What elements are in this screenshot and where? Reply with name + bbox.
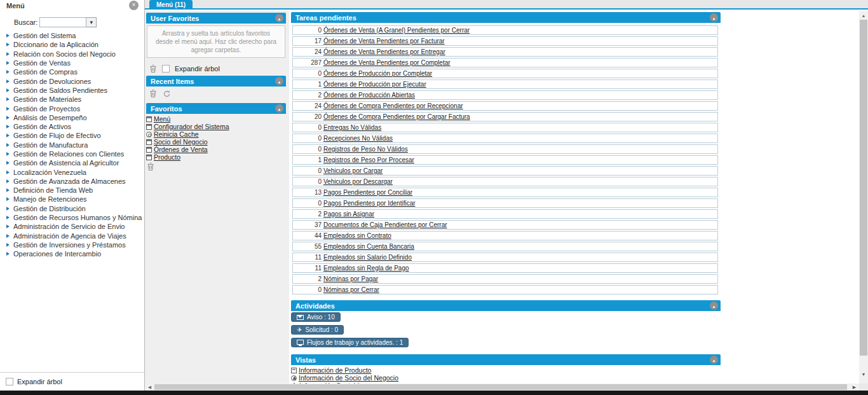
sidebar-menu-item[interactable]: Gestión de Flujo de Efectivo (6, 131, 143, 140)
sidebar-menu-item[interactable]: Gestión de Materiales (6, 95, 143, 104)
trash-icon[interactable] (149, 89, 157, 98)
chevron-right-icon[interactable] (6, 52, 10, 56)
chevron-right-icon[interactable] (6, 225, 10, 228)
task-link[interactable]: Órdenes de Compra Pendientes por Recepci… (323, 102, 463, 109)
sidebar-menu-item[interactable]: Gestión de Inversiones y Préstamos (6, 240, 143, 249)
vertical-scrollbar[interactable] (859, 11, 868, 384)
task-link[interactable]: Registros de Peso No Válidos (323, 146, 408, 153)
chevron-right-icon[interactable] (6, 207, 10, 211)
chevron-right-icon[interactable] (6, 179, 10, 183)
trash-icon[interactable] (149, 64, 157, 73)
sidebar-menu-item[interactable]: Gestión de Manufactura (6, 141, 143, 149)
sidebar-menu-item[interactable]: Relación con Socios del Negocio (6, 50, 143, 59)
chevron-right-icon[interactable] (6, 43, 10, 46)
collapse-icon[interactable] (710, 356, 718, 364)
sidebar-menu-item[interactable]: Gestión de Proyectos (6, 104, 143, 113)
task-link[interactable]: Pagos sin Asignar (323, 211, 374, 218)
task-link[interactable]: Pagos Pendientes por Conciliar (323, 189, 412, 196)
sidebar-menu-item[interactable]: Diccionario de la Aplicación (6, 40, 143, 49)
favorite-link[interactable]: Producto (154, 153, 180, 161)
close-icon[interactable] (129, 1, 139, 10)
sidebar-menu-item[interactable]: Gestión de Devoluciones (6, 76, 143, 85)
chevron-right-icon[interactable] (6, 243, 10, 247)
chevron-right-icon[interactable] (6, 152, 10, 156)
chevron-right-icon[interactable] (6, 80, 10, 83)
sidebar-menu-item[interactable]: Análisis de Desempeño (6, 113, 143, 122)
task-link[interactable]: Nóminas por Cerrar (323, 286, 379, 293)
sidebar-menu-item[interactable]: Gestión de Ventas (6, 59, 143, 67)
favorite-link[interactable]: Socio del Negocio (154, 138, 208, 146)
task-link[interactable]: Órdenes de Producción por Completar (323, 70, 432, 77)
task-link[interactable]: Nóminas por Pagar (323, 275, 378, 282)
task-link[interactable]: Órdenes de Venta (A Granel) Pendientes p… (323, 27, 470, 34)
chevron-right-icon[interactable] (6, 161, 10, 165)
vertical-scroll-thumb[interactable] (860, 20, 867, 356)
chevron-right-icon[interactable] (6, 170, 10, 174)
task-link[interactable]: Órdenes de Venta Pendientes por Entregar (323, 48, 445, 55)
task-link[interactable]: Órdenes de Venta Pendientes por Facturar (323, 38, 445, 45)
chevron-right-icon[interactable] (6, 143, 10, 147)
sidebar-menu-item[interactable]: Gestión de Activos (6, 122, 143, 131)
sidebar-menu-item[interactable]: Operaciones de Intercambio (6, 249, 143, 258)
expand-tree-checkbox[interactable] (6, 378, 13, 385)
sidebar-menu-item[interactable]: Manejo de Retenciones (6, 195, 143, 204)
task-link[interactable]: Órdenes de Producción por Ejecutar (323, 81, 426, 88)
sidebar-menu-item[interactable]: Gestión de Compras (6, 67, 143, 76)
scroll-up-icon[interactable] (859, 12, 868, 20)
chevron-right-icon[interactable] (6, 70, 10, 74)
collapse-icon[interactable] (710, 13, 718, 22)
task-link[interactable]: Registros de Peso Por Procesar (323, 156, 414, 163)
activity-button[interactable]: Flujos de trabajo y actividades. : 1 (291, 338, 409, 347)
chevron-right-icon[interactable] (6, 252, 10, 256)
chevron-right-icon[interactable] (6, 61, 10, 65)
favorite-link[interactable]: Órdenes de Venta (154, 146, 208, 153)
task-link[interactable]: Empleados sin Regla de Pago (323, 265, 409, 272)
tab-menu[interactable]: Menú (11) (149, 0, 193, 10)
sidebar-menu-item[interactable]: Gestión de Asistencia al Agricultor (6, 158, 143, 167)
horizontal-scroll-thumb[interactable] (154, 384, 847, 390)
chevron-right-icon[interactable] (6, 125, 10, 128)
sidebar-menu-item[interactable]: Localización Venezuela (6, 167, 143, 176)
scroll-down-icon[interactable] (859, 371, 868, 378)
sidebar-menu-item[interactable]: Gestión de Relaciones con Clientes (6, 149, 143, 158)
sidebar-menu-item[interactable]: Definición de Tienda Web (6, 186, 143, 195)
chevron-right-icon[interactable] (6, 97, 10, 101)
sidebar-menu-item[interactable]: Gestión de Recursos Humanos y Nómina (6, 213, 143, 222)
sidebar-menu-item[interactable]: Gestión de Saldos Pendientes (6, 86, 143, 95)
expand-tree-checkbox[interactable] (162, 65, 170, 73)
activity-button[interactable]: Aviso : 10 (291, 312, 341, 322)
task-link[interactable]: Órdenes de Producción Abiertas (323, 92, 415, 99)
chevron-right-icon[interactable] (6, 197, 10, 201)
refresh-icon[interactable] (163, 90, 171, 98)
task-link[interactable]: Recepciones No Válidas (323, 135, 393, 142)
view-link[interactable]: Información de Socio del Negocio (299, 374, 398, 382)
sidebar-menu-item[interactable]: Administración de Servicio de Envio (6, 222, 143, 231)
chevron-down-icon[interactable] (86, 17, 97, 27)
collapse-icon[interactable] (275, 77, 283, 85)
task-link[interactable]: Órdenes de Compra Pendientes por Cargar … (323, 113, 470, 120)
favorite-link[interactable]: Configurador del Sistema (154, 123, 229, 130)
task-link[interactable]: Empleados sin Cuenta Bancaria (323, 243, 414, 250)
task-link[interactable]: Órdenes de Venta Pendientes por Completa… (323, 59, 451, 66)
task-link[interactable]: Documentos de Caja Pendientes por Cerrar (323, 221, 447, 228)
task-link[interactable]: Vehiculos por Cargar (323, 167, 383, 174)
search-input[interactable] (39, 17, 86, 27)
task-link[interactable]: Empleados sin Contrato (323, 232, 391, 239)
task-link[interactable]: Pagos Pendientes por Identificar (323, 200, 416, 207)
chevron-right-icon[interactable] (6, 107, 10, 111)
scroll-left-icon[interactable] (146, 384, 154, 391)
view-link[interactable]: Información de Producto (299, 366, 371, 374)
horizontal-scrollbar[interactable] (145, 384, 859, 391)
collapse-icon[interactable] (710, 301, 718, 310)
trash-icon[interactable] (147, 162, 154, 171)
chevron-right-icon[interactable] (6, 134, 10, 137)
chevron-right-icon[interactable] (6, 234, 10, 238)
sidebar-menu-item[interactable]: Gestión de Avanzada de Almacenes (6, 177, 143, 186)
sidebar-menu-item[interactable]: Administración de Agencia de Viajes (6, 232, 143, 240)
favorite-link[interactable]: Reinicia Cache (154, 130, 199, 138)
task-link[interactable]: Empleados sin Salario Definido (323, 254, 412, 261)
favorite-link[interactable]: Menú (154, 115, 170, 123)
task-link[interactable]: Entregas No Válidas (323, 124, 381, 131)
collapse-icon[interactable] (275, 14, 283, 22)
sidebar-menu-item[interactable]: Gestión de Distribución (6, 204, 143, 213)
